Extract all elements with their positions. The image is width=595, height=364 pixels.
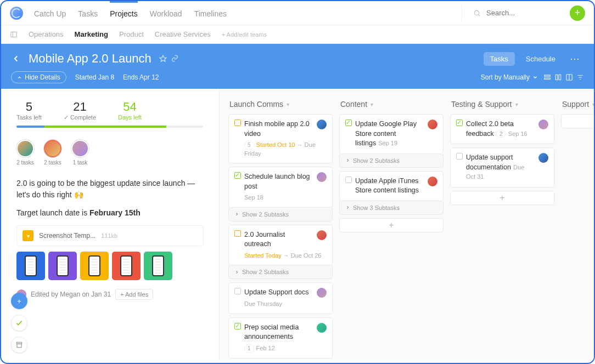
- task-card[interactable]: Update Apple iTunes Store content listin…: [339, 171, 444, 201]
- assignee-1[interactable]: 2 tasks: [16, 140, 34, 166]
- thumbnail[interactable]: [16, 252, 45, 280]
- filter-icon[interactable]: [576, 73, 584, 81]
- avatar: [538, 120, 548, 129]
- sidebar-toggle-icon[interactable]: [10, 31, 18, 38]
- tab-schedule[interactable]: Schedule: [519, 52, 562, 66]
- nav-catchup[interactable]: Catch Up: [34, 1, 66, 25]
- add-card-button[interactable]: +: [339, 218, 444, 232]
- task-card[interactable]: 2.0 Journalist outreachStarted Today → D…: [228, 225, 333, 265]
- thumbnail[interactable]: [112, 252, 141, 280]
- edited-text: Edited by Megan on Jan 31: [31, 291, 111, 298]
- project-started: Started Jan 8: [75, 73, 114, 81]
- tasks-left-num: 5: [16, 100, 42, 114]
- avatar: [317, 120, 327, 129]
- sort-dropdown[interactable]: Sort by Manually: [481, 73, 538, 81]
- team-product[interactable]: Product: [119, 30, 144, 38]
- task-title: Update Support docs: [244, 288, 313, 298]
- app-logo[interactable]: [10, 7, 23, 20]
- column-title: Launch Comms: [229, 100, 283, 109]
- add-files-button[interactable]: + Add files: [115, 289, 153, 300]
- task-card[interactable]: Prep social media announcements1Feb 12: [228, 317, 333, 359]
- task-card[interactable]: Collect 2.0 beta feedback2Sep 16: [450, 114, 554, 144]
- task-card[interactable]: Update Support docsDue Thursday: [228, 282, 333, 314]
- tasks-left-lbl: Tasks left: [16, 114, 42, 121]
- assignee-count: 1 task: [71, 160, 89, 166]
- board-column: Launch Comms▾Finish mobile app 2.0 video…: [228, 98, 333, 351]
- thumbnail[interactable]: [144, 252, 172, 280]
- task-card[interactable]: Update Google Play Store content listing…: [339, 114, 444, 154]
- days-left-num: 54: [118, 100, 142, 114]
- chevron-down-icon: ▾: [592, 101, 594, 107]
- project-title: Mobile App 2.0 Launch: [29, 52, 151, 66]
- link-icon[interactable]: [171, 55, 178, 62]
- board-area: 5 Tasks left 21 Complete 54 Days left 2 …: [1, 89, 594, 360]
- nav-timelines[interactable]: Timelines: [194, 1, 227, 25]
- show-subtasks-toggle[interactable]: Show 2 Subtasks: [228, 208, 333, 221]
- project-details-panel: 5 Tasks left 21 Complete 54 Days left 2 …: [1, 89, 220, 360]
- column-header[interactable]: Content▾: [339, 98, 444, 114]
- checkbox-icon[interactable]: [234, 172, 241, 179]
- add-team-link[interactable]: + Add/edit teams: [222, 31, 267, 38]
- task-card[interactable]: Finish mobile app 2.0 video5Started Oct …: [228, 114, 333, 163]
- checkbox-icon[interactable]: [456, 120, 463, 126]
- checkbox-icon[interactable]: [345, 120, 352, 126]
- nav-tasks[interactable]: Tasks: [78, 1, 98, 25]
- hide-details-toggle[interactable]: Hide Details: [11, 71, 66, 83]
- checkbox-icon[interactable]: [234, 288, 241, 294]
- task-card[interactable]: Schedule launch blog postSep 18: [228, 167, 333, 207]
- show-subtasks-toggle[interactable]: Show 2 Subtasks: [339, 154, 444, 168]
- show-subtasks-toggle[interactable]: Show 2 Subtasks: [228, 265, 333, 279]
- avatar: [317, 172, 327, 182]
- avatar: [428, 177, 437, 186]
- star-icon[interactable]: [159, 55, 167, 62]
- nav-projects[interactable]: Projects: [110, 1, 138, 25]
- board-column: Support▾+: [561, 98, 594, 351]
- project-header: Mobile App 2.0 Launch Tasks Schedule ⋯ H…: [1, 44, 594, 89]
- chevron-right-icon: [234, 270, 239, 275]
- add-card-button[interactable]: +: [561, 114, 594, 128]
- checkbox-icon[interactable]: [234, 323, 241, 329]
- view-board-icon[interactable]: [565, 73, 573, 81]
- column-header[interactable]: Launch Comms▾: [228, 98, 333, 114]
- checkbox-icon[interactable]: [234, 230, 241, 237]
- global-add-button[interactable]: +: [570, 5, 585, 21]
- search-input[interactable]: [486, 9, 558, 17]
- more-menu-icon[interactable]: ⋯: [566, 53, 584, 65]
- task-title: 2.0 Journalist outreach: [244, 230, 313, 249]
- avatar: [44, 140, 61, 157]
- chevron-down-icon: ▾: [371, 101, 373, 107]
- fab-archive[interactable]: [11, 337, 27, 353]
- stat-days-left: 54 Days left: [118, 100, 142, 121]
- checkbox-icon[interactable]: [234, 120, 241, 126]
- view-list-icon[interactable]: [543, 73, 551, 81]
- svg-rect-7: [555, 75, 558, 79]
- thumbnail[interactable]: [48, 252, 77, 280]
- fab-add[interactable]: +: [11, 293, 27, 309]
- thumbnail[interactable]: [80, 252, 109, 280]
- column-header[interactable]: Support▾: [561, 98, 594, 114]
- add-card-button[interactable]: +: [450, 191, 554, 205]
- task-card[interactable]: Update support documentationDue Oct 31: [450, 147, 554, 187]
- column-header[interactable]: Testing & Support▾: [450, 98, 554, 114]
- svg-rect-8: [559, 75, 561, 79]
- tab-tasks[interactable]: Tasks: [484, 52, 515, 66]
- avatar: [317, 288, 327, 298]
- checkbox-icon[interactable]: [345, 177, 352, 183]
- view-columns-icon[interactable]: [554, 73, 562, 81]
- avatar: [71, 140, 89, 157]
- assignee-2[interactable]: 2 tasks: [44, 140, 61, 166]
- team-creative[interactable]: Creative Services: [155, 30, 211, 38]
- nav-workload[interactable]: Workload: [150, 1, 182, 25]
- team-marketing[interactable]: Marketing: [75, 30, 108, 38]
- show-subtasks-toggle[interactable]: Show 3 Subtasks: [339, 201, 444, 215]
- checkbox-icon[interactable]: [456, 153, 463, 160]
- team-operations[interactable]: Operations: [29, 30, 64, 38]
- attachment[interactable]: Screenshot Temp... 111kb: [16, 225, 204, 246]
- back-arrow-icon[interactable]: [11, 54, 21, 64]
- chevron-right-icon: [345, 158, 350, 163]
- board-column: Content▾Update Google Play Store content…: [339, 98, 444, 351]
- fab-check[interactable]: [11, 315, 27, 331]
- task-title: Finish mobile app 2.0 video: [244, 120, 313, 139]
- hide-details-label: Hide Details: [25, 73, 60, 81]
- assignee-3[interactable]: 1 task: [71, 140, 89, 166]
